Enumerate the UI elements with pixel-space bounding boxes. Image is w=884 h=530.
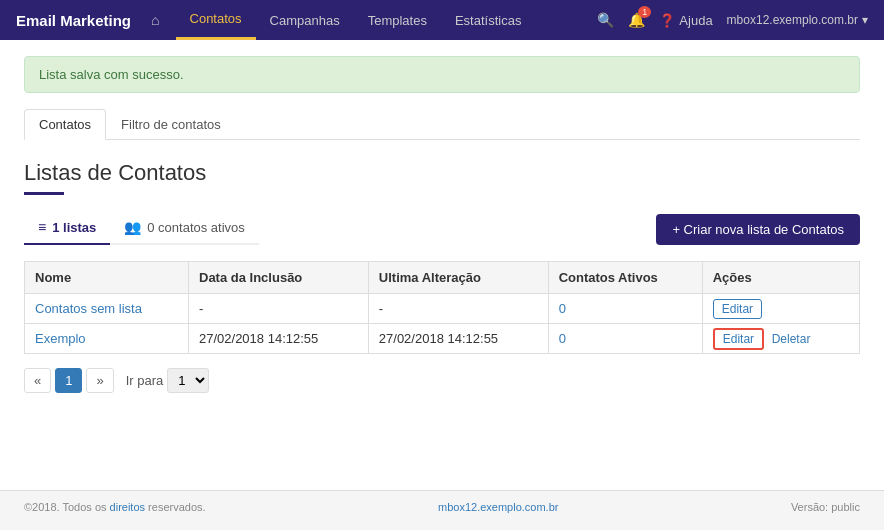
cell-ultima-alteracao: 27/02/2018 14:12:55 xyxy=(368,324,548,354)
navbar-right: 🔍 🔔 1 ❓ Ajuda mbox12.exemplo.com.br ▾ xyxy=(597,12,868,28)
navbar-links: Contatos Campanhas Templates Estatística… xyxy=(176,0,536,40)
cell-contatos-ativos: 0 xyxy=(548,294,702,324)
cell-nome: Contatos sem lista xyxy=(25,294,189,324)
user-email: mbox12.exemplo.com.br xyxy=(727,13,858,27)
user-menu[interactable]: mbox12.exemplo.com.br ▾ xyxy=(727,13,868,27)
stat-contatos-label: 0 contatos ativos xyxy=(147,220,245,235)
edit-button-0[interactable]: Editar xyxy=(713,299,762,319)
pagination: « 1 » Ir para 1 xyxy=(24,368,860,393)
nav-contatos[interactable]: Contatos xyxy=(176,0,256,40)
stat-contatos-ativos[interactable]: 👥 0 contatos ativos xyxy=(110,213,259,245)
search-button[interactable]: 🔍 xyxy=(597,12,614,28)
create-list-button[interactable]: + Criar nova lista de Contatos xyxy=(656,214,860,245)
stat-listas[interactable]: ≡ 1 listas xyxy=(24,213,110,245)
nav-campanhas[interactable]: Campanhas xyxy=(256,0,354,40)
home-icon[interactable]: ⌂ xyxy=(151,12,159,28)
title-underline xyxy=(24,192,64,195)
chevron-down-icon: ▾ xyxy=(862,13,868,27)
cell-data-inclusao: - xyxy=(189,294,369,324)
cell-acoes: Editar Deletar xyxy=(702,324,859,354)
link-contatos-count[interactable]: 0 xyxy=(559,331,566,346)
page-title: Listas de Contatos xyxy=(24,160,860,186)
link-nome[interactable]: Contatos sem lista xyxy=(35,301,142,316)
footer-copyright: ©2018. Todos os direitos reservados. xyxy=(24,501,206,513)
goto-label: Ir para xyxy=(126,373,164,388)
cell-ultima-alteracao: - xyxy=(368,294,548,324)
nav-estatisticas[interactable]: Estatísticas xyxy=(441,0,535,40)
tab-contatos[interactable]: Contatos xyxy=(24,109,106,140)
alert-message: Lista salva com sucesso. xyxy=(39,67,184,82)
help-label: Ajuda xyxy=(679,13,712,28)
page-next[interactable]: » xyxy=(86,368,113,393)
stats-left: ≡ 1 listas 👥 0 contatos ativos xyxy=(24,213,259,245)
notification-bell[interactable]: 🔔 1 xyxy=(628,12,645,28)
stat-listas-label: 1 listas xyxy=(52,220,96,235)
table-row: Exemplo27/02/2018 14:12:5527/02/2018 14:… xyxy=(25,324,860,354)
link-nome[interactable]: Exemplo xyxy=(35,331,86,346)
nav-templates[interactable]: Templates xyxy=(354,0,441,40)
tab-bar: Contatos Filtro de contatos xyxy=(24,109,860,140)
link-contatos-count[interactable]: 0 xyxy=(559,301,566,316)
stats-bar: ≡ 1 listas 👥 0 contatos ativos + Criar n… xyxy=(24,213,860,245)
notification-badge: 1 xyxy=(638,6,651,18)
success-alert: Lista salva com sucesso. xyxy=(24,56,860,93)
table-row: Contatos sem lista--0Editar xyxy=(25,294,860,324)
cell-contatos-ativos: 0 xyxy=(548,324,702,354)
list-icon: ≡ xyxy=(38,219,46,235)
cell-nome: Exemplo xyxy=(25,324,189,354)
tab-filtro-contatos[interactable]: Filtro de contatos xyxy=(106,109,236,140)
col-data-inclusao: Data da Inclusão xyxy=(189,262,369,294)
col-ultima-alteracao: Ultima Alteração xyxy=(368,262,548,294)
col-contatos-ativos: Contatos Ativos xyxy=(548,262,702,294)
edit-button-1[interactable]: Editar xyxy=(713,328,764,350)
cell-data-inclusao: 27/02/2018 14:12:55 xyxy=(189,324,369,354)
contacts-table: Nome Data da Inclusão Ultima Alteração C… xyxy=(24,261,860,354)
footer-version: Versão: public xyxy=(791,501,860,513)
footer-direitos-link[interactable]: direitos xyxy=(110,501,145,513)
col-acoes: Ações xyxy=(702,262,859,294)
group-icon: 👥 xyxy=(124,219,141,235)
main-content: Lista salva com sucesso. Contatos Filtro… xyxy=(0,40,884,490)
goto-select[interactable]: 1 xyxy=(167,368,209,393)
footer: ©2018. Todos os direitos reservados. mbo… xyxy=(0,490,884,523)
app-brand: Email Marketing xyxy=(16,12,131,29)
question-icon: ❓ xyxy=(659,13,675,28)
delete-button-1[interactable]: Deletar xyxy=(768,330,815,348)
navbar: Email Marketing ⌂ Contatos Campanhas Tem… xyxy=(0,0,884,40)
page-1[interactable]: 1 xyxy=(55,368,82,393)
footer-email[interactable]: mbox12.exemplo.com.br xyxy=(438,501,558,513)
page-prev[interactable]: « xyxy=(24,368,51,393)
col-nome: Nome xyxy=(25,262,189,294)
cell-acoes: Editar xyxy=(702,294,859,324)
help-button[interactable]: ❓ Ajuda xyxy=(659,13,712,28)
table-header-row: Nome Data da Inclusão Ultima Alteração C… xyxy=(25,262,860,294)
